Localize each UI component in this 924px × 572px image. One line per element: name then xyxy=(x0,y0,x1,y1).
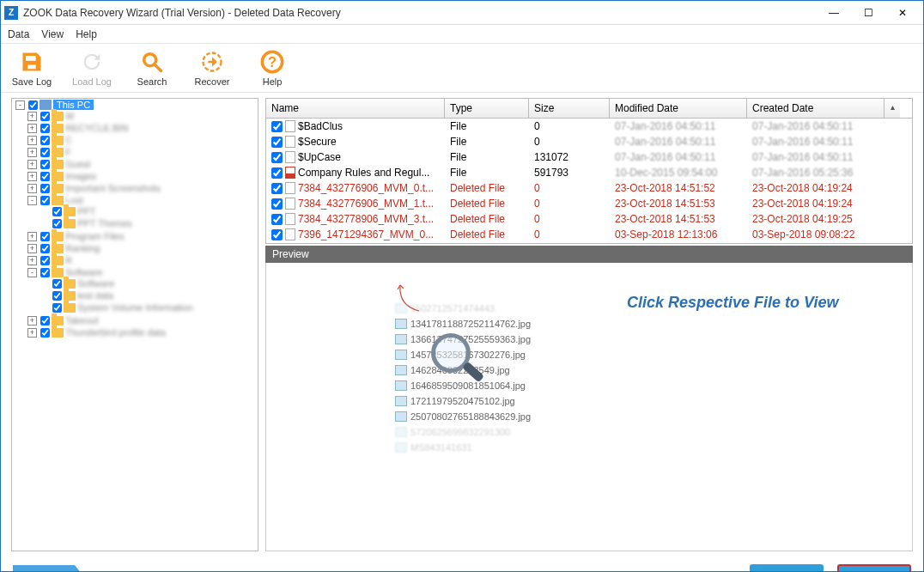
file-icon xyxy=(285,182,295,194)
tree-checkbox[interactable] xyxy=(52,303,62,313)
tree-item-label[interactable]: C xyxy=(65,135,72,145)
tree-item-label[interactable]: R xyxy=(65,255,72,265)
expand-icon[interactable]: + xyxy=(27,184,37,193)
row-checkbox[interactable] xyxy=(271,214,283,225)
col-created[interactable]: Created Date xyxy=(747,99,884,118)
tree-root-label[interactable]: This PC xyxy=(53,100,94,110)
tree-checkbox[interactable] xyxy=(40,232,50,241)
file-created: 07-Jan-2016 05:25:36 xyxy=(747,167,884,179)
expand-icon[interactable]: + xyxy=(27,112,37,121)
row-checkbox[interactable] xyxy=(271,152,283,163)
tree-item-label[interactable]: Images xyxy=(65,171,96,181)
tree-checkbox[interactable] xyxy=(40,184,50,193)
expand-icon[interactable]: + xyxy=(27,172,37,181)
tree-item-label[interactable]: Thunderbird profile data xyxy=(65,327,166,338)
tree-item-label[interactable]: RECYCLE.BIN xyxy=(65,123,128,133)
table-row[interactable]: $BadClusFile007-Jan-2016 04:50:1107-Jan-… xyxy=(266,119,912,134)
table-row[interactable]: Company Rules and Regul...File59179310-D… xyxy=(266,165,912,180)
row-checkbox[interactable] xyxy=(271,183,283,194)
folder-icon xyxy=(64,279,76,289)
maximize-button[interactable]: ☐ xyxy=(851,2,885,24)
help-button[interactable]: ? Help xyxy=(252,49,293,87)
tree-item-label[interactable]: Important Screenshots xyxy=(65,183,161,193)
file-name: 7384_432776906_MVM_0.t... xyxy=(298,182,434,194)
tree-checkbox[interactable] xyxy=(40,148,50,157)
search-button[interactable]: Search xyxy=(131,49,173,87)
tree-checkbox[interactable] xyxy=(52,219,62,228)
row-checkbox[interactable] xyxy=(271,229,283,240)
tree-checkbox[interactable] xyxy=(40,136,50,145)
tree-item-label[interactable]: Ranking xyxy=(65,243,100,253)
tree-item-label[interactable]: Takeout xyxy=(65,315,99,326)
table-row[interactable]: 7384_432776906_MVM_1.t...Deleted File023… xyxy=(266,196,912,211)
svg-line-1 xyxy=(155,65,161,71)
tree-item-label[interactable]: System Volume Information xyxy=(77,302,193,313)
expand-icon[interactable]: + xyxy=(27,328,37,338)
tree-item-label[interactable]: Program Files xyxy=(65,231,124,241)
table-row[interactable]: 7384_432776906_MVM_0.t...Deleted File023… xyxy=(266,180,912,196)
tree-checkbox[interactable] xyxy=(52,291,62,301)
table-row[interactable]: $UpCaseFile13107207-Jan-2016 04:50:1107-… xyxy=(266,149,912,165)
expand-icon[interactable]: - xyxy=(27,268,37,277)
tree-checkbox[interactable] xyxy=(40,328,50,338)
tree-checkbox[interactable] xyxy=(52,207,62,216)
expand-icon[interactable]: + xyxy=(27,160,37,169)
col-size[interactable]: Size xyxy=(529,99,610,118)
table-body[interactable]: $BadClusFile007-Jan-2016 04:50:1107-Jan-… xyxy=(266,119,912,243)
tree-item-label[interactable]: PPT xyxy=(77,206,95,216)
tree-item-label[interactable]: Guest xyxy=(65,159,90,169)
back-button[interactable]: ‹ Back xyxy=(750,564,824,572)
tree-checkbox[interactable] xyxy=(40,256,50,265)
col-modified[interactable]: Modified Date xyxy=(610,99,747,118)
row-checkbox[interactable] xyxy=(271,137,283,148)
file-created: 07-Jan-2016 04:50:11 xyxy=(747,136,884,148)
table-row[interactable]: 7384_432778906_MVM_3.t...Deleted File023… xyxy=(266,211,912,227)
save-log-button[interactable]: Save Log xyxy=(11,49,52,87)
save-button[interactable]: ▭ Save xyxy=(837,564,911,572)
expand-icon[interactable]: + xyxy=(27,148,37,157)
folder-icon xyxy=(64,303,76,313)
menu-view[interactable]: View xyxy=(41,28,64,40)
table-row[interactable]: 7396_1471294367_MVM_0...Deleted File003-… xyxy=(266,227,912,242)
tree-checkbox[interactable] xyxy=(40,124,50,133)
scroll-up-icon[interactable]: ▴ xyxy=(884,99,900,118)
expand-icon[interactable]: - xyxy=(27,196,37,205)
thumbnail-icon xyxy=(395,442,407,453)
col-name[interactable]: Name xyxy=(266,99,445,118)
tree-item-label[interactable]: F xyxy=(65,147,71,157)
col-type[interactable]: Type xyxy=(445,99,529,118)
folder-tree[interactable]: - This PC +W+RECYCLE.BIN+C+F+Guest+Image… xyxy=(11,98,258,551)
tree-item-label[interactable]: PPT Themes xyxy=(77,218,132,228)
tree-checkbox[interactable] xyxy=(52,279,62,289)
table-row[interactable]: $SecureFile007-Jan-2016 04:50:1107-Jan-2… xyxy=(266,134,912,149)
expand-icon[interactable]: + xyxy=(27,244,37,253)
row-checkbox[interactable] xyxy=(271,121,283,132)
tree-item-label[interactable]: Software xyxy=(77,278,114,289)
minimize-button[interactable]: — xyxy=(817,2,851,24)
collapse-icon[interactable]: - xyxy=(15,100,25,110)
tree-checkbox[interactable] xyxy=(40,316,50,326)
tree-item-label[interactable]: Software xyxy=(65,267,102,277)
menu-help[interactable]: Help xyxy=(76,28,97,40)
close-button[interactable]: ✕ xyxy=(885,2,920,24)
expand-icon[interactable]: + xyxy=(27,256,37,265)
tree-root-checkbox[interactable] xyxy=(28,100,38,110)
expand-icon[interactable]: + xyxy=(27,316,37,326)
expand-icon[interactable]: + xyxy=(27,232,37,241)
menu-data[interactable]: Data xyxy=(8,28,29,40)
recover-button[interactable]: Recover xyxy=(191,49,233,87)
row-checkbox[interactable] xyxy=(271,167,283,179)
tree-checkbox[interactable] xyxy=(40,196,50,205)
help-icon: ? xyxy=(260,49,284,75)
tree-checkbox[interactable] xyxy=(40,172,50,181)
row-checkbox[interactable] xyxy=(271,198,283,210)
tree-item-label[interactable]: test data xyxy=(77,290,113,301)
tree-checkbox[interactable] xyxy=(40,160,50,169)
tree-checkbox[interactable] xyxy=(40,112,50,121)
tree-item-label[interactable]: W xyxy=(65,111,74,121)
expand-icon[interactable]: + xyxy=(27,124,37,133)
right-pane: Name Type Size Modified Date Created Dat… xyxy=(265,98,913,551)
tree-checkbox[interactable] xyxy=(40,268,50,277)
expand-icon[interactable]: + xyxy=(27,136,37,145)
tree-checkbox[interactable] xyxy=(40,244,50,253)
